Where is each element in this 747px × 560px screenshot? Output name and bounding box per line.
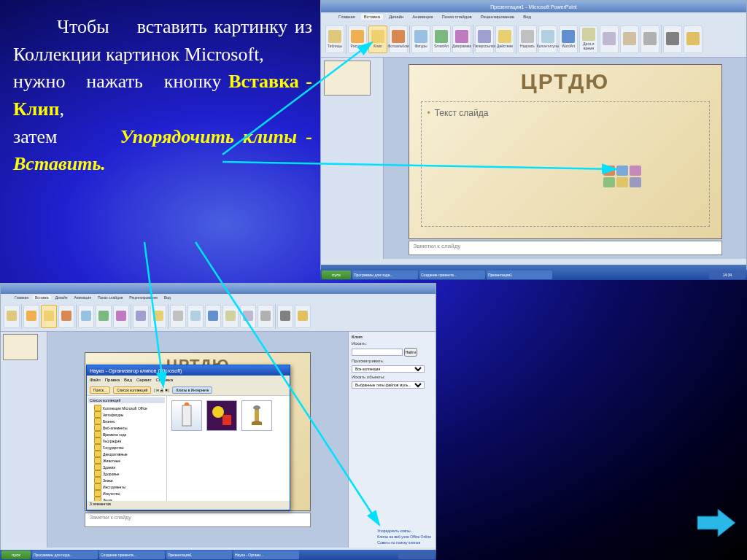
windows-taskbar-2: пуск Программы для пода... Создание през… [0, 550, 436, 560]
clip-types-select[interactable]: Выбранные типы файлов муль... [352, 381, 425, 389]
content-placeholder[interactable]: Текст слайда [421, 101, 710, 227]
link-organize-clips[interactable]: Упорядочить клипы... [377, 529, 431, 533]
organizer-tree[interactable]: Список коллекций Коллекции Microsoft Off… [87, 396, 167, 501]
btn-tables[interactable]: Таблицы [325, 26, 344, 53]
clip-task-pane: Клип Искать: Найти Просматривать: Все ко… [348, 332, 436, 548]
tab-insert[interactable]: Вставка [361, 14, 383, 20]
slide-canvas: ЦРТДЮ Текст слайда [409, 64, 722, 239]
btn-sound[interactable] [684, 26, 703, 53]
clip-search-input[interactable] [352, 349, 403, 356]
btn-textbox[interactable]: Надпись [518, 26, 537, 53]
svg-rect-0 [182, 405, 191, 426]
ribbon-tabs: Главная Вставка ДизайнАнимацияПоказ слай… [321, 12, 746, 21]
slide-title: ЦРТДЮ [409, 65, 721, 94]
next-slide-arrow[interactable] [696, 508, 737, 538]
link-search-tips[interactable]: Советы по поиску клипов [377, 540, 431, 545]
svg-point-5 [253, 405, 260, 410]
btn-clip[interactable]: Клип [368, 26, 387, 53]
organizer-titlebar: Наука - Организатор клипов (Microsoft) [87, 365, 290, 376]
svg-marker-1 [184, 402, 190, 405]
btn-movie[interactable] [663, 26, 682, 53]
clip-search-btn[interactable]: Найти [404, 348, 417, 357]
link-office-online[interactable]: Клипы на веб-узле Office Online [377, 534, 431, 539]
windows-taskbar-1: пуск Программы для пода... Создание през… [320, 270, 747, 280]
slide-thumbnails [321, 58, 384, 259]
clip-view-select[interactable]: Все коллекции [352, 365, 425, 373]
btn-slidenum[interactable] [600, 26, 619, 53]
btn-link[interactable]: Гиперссылка [475, 26, 494, 53]
btn-symbol[interactable] [620, 26, 639, 53]
window-titlebar: Презентация1 - Microsoft PowerPoint [321, 1, 746, 12]
start-button[interactable]: пуск [322, 271, 351, 279]
svg-point-2 [212, 406, 224, 418]
btn-headerfooter[interactable]: Колонтитулы [538, 26, 557, 53]
system-tray: 14:34 [709, 271, 746, 279]
organizer-toolbar: Поиск... Список коллекций | ✉ 🖨 ✖ | Клип… [87, 384, 290, 396]
btn-shapes[interactable]: Фигуры [411, 26, 430, 53]
tab-insert-2[interactable]: Вставка [33, 295, 51, 300]
btn-datetime[interactable]: Дата и время [579, 26, 598, 53]
btn-chart[interactable]: Диаграмма [452, 26, 471, 53]
clip-pane-links: Упорядочить клипы... Клипы на веб-узле O… [377, 527, 431, 545]
btn-picture[interactable]: Рисунок [348, 26, 367, 53]
clip-thumb-3[interactable] [241, 400, 272, 431]
highlight-organize: Упорядочить клипы - Вставить. [13, 126, 312, 175]
btn-album[interactable]: Фотоальбом [389, 26, 408, 53]
clip-thumb-1[interactable] [171, 400, 202, 431]
btn-wordart[interactable]: WordArt [559, 26, 578, 53]
clip-thumb-2[interactable] [206, 400, 237, 431]
start-button-2[interactable]: пуск [1, 551, 31, 559]
powerpoint-screenshot-1: Презентация1 - Microsoft PowerPoint Глав… [320, 0, 747, 276]
thumbnail-1[interactable] [324, 61, 371, 96]
svg-rect-3 [222, 415, 231, 425]
clip-organizer-window: Наука - Организатор клипов (Microsoft) Ф… [86, 365, 290, 510]
notes-pane-2[interactable]: Заметки к слайду [85, 513, 311, 527]
btn-smartart[interactable]: SmartArt [432, 26, 451, 53]
placeholder-icons[interactable] [603, 166, 641, 187]
instruction-text: Чтобы вставить картинку из Коллекции кар… [13, 13, 312, 178]
ribbon-insert: Таблицы Рисунок Клип Фотоальбом Фигуры S… [321, 21, 746, 58]
organizer-menubar: Файл Правка Вид Сервис Справка [87, 376, 290, 384]
btn-clip-2[interactable] [41, 305, 57, 328]
notes-pane[interactable]: Заметки к слайду [409, 241, 722, 255]
btn-object[interactable] [640, 26, 659, 53]
btn-action[interactable]: Действие [495, 26, 514, 53]
organizer-clips [167, 396, 290, 501]
